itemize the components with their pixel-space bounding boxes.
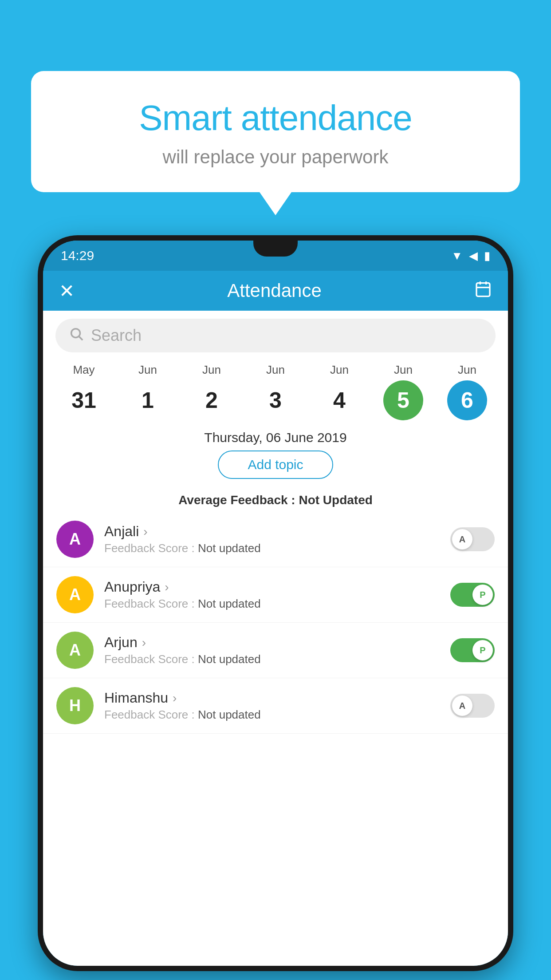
day-1: 1 — [128, 380, 168, 420]
toggle-switch-himanshu[interactable]: A — [450, 694, 495, 718]
search-placeholder: Search — [91, 326, 142, 345]
month-1: Jun — [138, 363, 157, 377]
date-picker-row: May 31 Jun 1 Jun 2 Jun 3 Jun 4 — [43, 359, 508, 420]
month-6: Jun — [458, 363, 476, 377]
student-info-arjun: Arjun › Feedback Score : Not updated — [104, 634, 440, 666]
status-icons: ▼ ◀ ▮ — [451, 249, 490, 263]
add-topic-label: Add topic — [248, 457, 303, 472]
student-name-anupriya: Anupriya › — [104, 579, 440, 595]
svg-rect-0 — [476, 283, 490, 296]
student-item-anupriya[interactable]: A Anupriya › Feedback Score : Not update… — [43, 567, 508, 623]
phone-inner: 14:29 ▼ ◀ ▮ ✕ Attendance — [43, 241, 508, 966]
add-topic-button[interactable]: Add topic — [218, 450, 333, 479]
speech-bubble-container: Smart attendance will replace your paper… — [31, 71, 520, 192]
close-button[interactable]: ✕ — [59, 280, 75, 302]
day-0: 31 — [64, 380, 104, 420]
student-name-anjali: Anjali › — [104, 523, 440, 540]
bubble-subtitle: will replace your paperwork — [53, 146, 498, 168]
selected-date-display: Thursday, 06 June 2019 — [43, 420, 508, 450]
toggle-anupriya[interactable]: P — [450, 583, 495, 607]
feedback-score-anupriya: Feedback Score : Not updated — [104, 597, 440, 611]
day-5: 5 — [383, 380, 423, 420]
student-item-anjali[interactable]: A Anjali › Feedback Score : Not updated … — [43, 512, 508, 567]
battery-icon: ▮ — [484, 249, 490, 263]
speech-bubble: Smart attendance will replace your paper… — [31, 71, 520, 192]
phone-frame: 14:29 ▼ ◀ ▮ ✕ Attendance — [38, 235, 513, 971]
student-list: A Anjali › Feedback Score : Not updated … — [43, 512, 508, 966]
feedback-score-arjun: Feedback Score : Not updated — [104, 652, 440, 666]
avg-feedback: Average Feedback : Not Updated — [43, 493, 508, 507]
toggle-anjali[interactable]: A — [450, 527, 495, 551]
avatar-arjun: A — [56, 632, 94, 669]
month-2: Jun — [202, 363, 221, 377]
student-info-anupriya: Anupriya › Feedback Score : Not updated — [104, 579, 440, 611]
feedback-score-himanshu: Feedback Score : Not updated — [104, 708, 440, 722]
toggle-switch-anupriya[interactable]: P — [450, 583, 495, 607]
date-col-1[interactable]: Jun 1 — [119, 363, 177, 420]
avatar-himanshu: H — [56, 687, 94, 724]
avatar-anjali: A — [56, 521, 94, 558]
feedback-score-anjali: Feedback Score : Not updated — [104, 541, 440, 555]
app-bar: ✕ Attendance — [43, 271, 508, 311]
student-name-himanshu: Himanshu › — [104, 690, 440, 706]
status-time: 14:29 — [61, 248, 94, 263]
svg-line-5 — [79, 336, 83, 340]
app-bar-title: Attendance — [75, 280, 474, 301]
month-3: Jun — [266, 363, 285, 377]
avg-feedback-label: Average Feedback : — [178, 493, 295, 507]
chevron-right-icon-himanshu: › — [173, 691, 177, 705]
date-col-0[interactable]: May 31 — [55, 363, 113, 420]
phone-content: Search May 31 Jun 1 Jun 2 Jun — [43, 311, 508, 966]
wifi-icon: ▼ — [451, 249, 463, 263]
signal-icon: ◀ — [469, 249, 478, 263]
chevron-right-icon-arjun: › — [142, 636, 146, 650]
avatar-anupriya: A — [56, 576, 94, 613]
student-item-arjun[interactable]: A Arjun › Feedback Score : Not updated P — [43, 623, 508, 678]
notch — [253, 241, 298, 257]
month-5: Jun — [394, 363, 413, 377]
toggle-knob-arjun: P — [472, 640, 493, 660]
toggle-switch-anjali[interactable]: A — [450, 527, 495, 551]
toggle-switch-arjun[interactable]: P — [450, 638, 495, 662]
toggle-knob-himanshu: A — [452, 695, 472, 716]
search-bar[interactable]: Search — [55, 319, 496, 352]
calendar-button[interactable] — [474, 280, 492, 302]
chevron-right-icon: › — [143, 525, 147, 539]
month-4: Jun — [330, 363, 349, 377]
student-info-anjali: Anjali › Feedback Score : Not updated — [104, 523, 440, 555]
toggle-knob-anupriya: P — [472, 585, 493, 605]
date-col-5[interactable]: Jun 5 — [374, 363, 432, 420]
toggle-himanshu[interactable]: A — [450, 694, 495, 718]
svg-point-4 — [71, 329, 80, 338]
day-2: 2 — [192, 380, 232, 420]
toggle-knob-anjali: A — [452, 529, 472, 549]
search-bar-wrapper: Search — [43, 311, 508, 359]
student-item-himanshu[interactable]: H Himanshu › Feedback Score : Not update… — [43, 678, 508, 734]
bubble-title: Smart attendance — [53, 98, 498, 138]
date-col-3[interactable]: Jun 3 — [247, 363, 304, 420]
status-bar: 14:29 ▼ ◀ ▮ — [43, 241, 508, 271]
student-info-himanshu: Himanshu › Feedback Score : Not updated — [104, 690, 440, 722]
toggle-arjun[interactable]: P — [450, 638, 495, 662]
day-4: 4 — [319, 380, 359, 420]
chevron-right-icon-anupriya: › — [165, 580, 169, 594]
avg-feedback-value: Not Updated — [299, 493, 372, 507]
search-icon — [69, 326, 84, 345]
month-0: May — [73, 363, 94, 377]
student-name-arjun: Arjun › — [104, 634, 440, 651]
date-col-6[interactable]: Jun 6 — [438, 363, 496, 420]
day-6: 6 — [447, 380, 487, 420]
date-col-2[interactable]: Jun 2 — [183, 363, 240, 420]
date-col-4[interactable]: Jun 4 — [311, 363, 368, 420]
day-3: 3 — [256, 380, 295, 420]
